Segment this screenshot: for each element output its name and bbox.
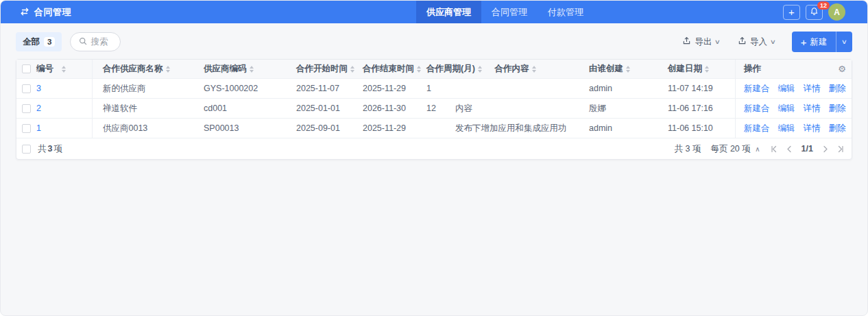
row-checkbox[interactable] (22, 104, 31, 113)
new-contract-link[interactable]: 新建合 (744, 123, 770, 134)
top-header-bar: 合同管理 供应商管理 合同管理 付款管理 + 12 A (1, 1, 867, 23)
header-end-date: 合作结束时间 (356, 60, 420, 78)
pagination-controls: 1/1 (770, 144, 845, 154)
chevron-down-icon: ∨ (841, 38, 847, 45)
sort-icon[interactable] (350, 66, 354, 73)
new-button[interactable]: + 新建 (792, 32, 836, 52)
header-period: 合作周期(月) (420, 60, 448, 78)
filter-all-button[interactable]: 全部 3 (16, 32, 62, 51)
total-count-text: 共3项 (38, 143, 62, 155)
row-checkbox[interactable] (22, 124, 31, 133)
last-page-button[interactable] (837, 145, 845, 153)
notification-badge: 12 (817, 1, 830, 10)
quick-add-button[interactable]: + (783, 5, 800, 20)
delete-link[interactable]: 删除 (829, 103, 846, 114)
chevron-up-icon: ∧ (755, 145, 760, 153)
cell-created-date: 11-06 15:10 (661, 119, 735, 138)
sort-icon[interactable] (250, 66, 254, 73)
sort-icon[interactable] (62, 66, 66, 73)
column-label: 合作结束时间 (363, 63, 414, 75)
app-window: 合同管理 供应商管理 合同管理 付款管理 + 12 A (0, 0, 868, 316)
chevron-left-icon (786, 145, 793, 153)
row-id-link[interactable]: 2 (36, 104, 41, 113)
import-button[interactable]: 导入 ∨ (734, 36, 780, 48)
cell-creator: 殷娜 (582, 99, 661, 118)
tab-contract-management[interactable]: 合同管理 (481, 1, 538, 23)
chevron-right-icon (821, 145, 829, 153)
new-button-label: 新建 (810, 36, 827, 48)
select-all-checkbox[interactable] (22, 64, 31, 73)
cell-actions: 新建合 编辑 详情 删除 (735, 79, 852, 98)
header-name: 合作供应商名称 (93, 60, 197, 78)
edit-link[interactable]: 编辑 (778, 103, 795, 114)
table-row: 3 新的供应商 GYS-1000202 2025-11-07 2025-11-2… (16, 79, 852, 99)
cell-content (448, 79, 582, 98)
cell-id: 3 (16, 79, 93, 98)
sort-icon[interactable] (626, 66, 630, 73)
delete-link[interactable]: 删除 (829, 83, 846, 95)
cell-created-date: 11-06 17:16 (661, 99, 735, 118)
header-start-date: 合作开始时间 (289, 60, 356, 78)
cell-start-date: 2025-09-01 (289, 119, 356, 138)
column-label: 操作 (744, 63, 761, 75)
prev-page-button[interactable] (786, 145, 793, 153)
table-row: 2 禅道软件 cd001 2025-01-01 2026-11-30 12 内容… (16, 99, 852, 119)
row-id-link[interactable]: 3 (36, 84, 41, 93)
search-label: 搜索 (91, 36, 108, 48)
edit-link[interactable]: 编辑 (778, 83, 795, 95)
tab-payment-management[interactable]: 付款管理 (538, 1, 594, 23)
topbar-actions: + 12 A (783, 1, 867, 23)
row-checkbox[interactable] (22, 84, 31, 93)
delete-link[interactable]: 删除 (829, 123, 846, 134)
selection-summary: 共3项 (22, 143, 62, 155)
swap-arrows-icon (20, 6, 29, 19)
total-prefix: 共 (38, 144, 47, 154)
last-page-icon (837, 145, 845, 153)
header-id: 编号 (16, 60, 93, 78)
row-id-link[interactable]: 1 (36, 123, 41, 133)
column-label: 由谁创建 (589, 63, 623, 75)
edit-link[interactable]: 编辑 (778, 123, 795, 134)
chevron-down-icon: ∨ (770, 38, 776, 45)
bell-icon (810, 7, 819, 18)
cell-creator: admin (582, 119, 661, 138)
total-suffix: 项 (53, 144, 62, 154)
detail-link[interactable]: 详情 (804, 123, 821, 134)
cell-period (420, 119, 448, 138)
cell-start-date: 2025-11-07 (289, 79, 356, 98)
table-footer: 共3项 共 3 项 每页 20 项 ∧ (16, 138, 852, 159)
sort-icon[interactable] (166, 66, 170, 73)
first-page-button[interactable] (770, 145, 777, 153)
avatar[interactable]: A (828, 3, 845, 21)
sort-icon[interactable] (705, 66, 709, 73)
column-label: 合作供应商名称 (103, 63, 163, 75)
detail-link[interactable]: 详情 (804, 103, 821, 114)
new-contract-link[interactable]: 新建合 (744, 83, 770, 95)
column-label: 编号 (36, 63, 53, 75)
tab-supplier-management[interactable]: 供应商管理 (416, 1, 481, 23)
cell-name: 禅道软件 (93, 99, 197, 118)
sort-icon[interactable] (532, 66, 536, 73)
new-button-caret[interactable]: ∨ (836, 32, 852, 52)
cell-name: 新的供应商 (93, 79, 197, 98)
search-input[interactable]: 搜索 (70, 32, 121, 51)
next-page-button[interactable] (821, 145, 829, 153)
header-code: 供应商编码 (197, 60, 289, 78)
header-creator: 由谁创建 (582, 60, 661, 78)
page-size-select[interactable]: 每页 20 项 ∧ (710, 143, 760, 155)
cell-end-date: 2026-11-30 (356, 99, 420, 118)
export-button[interactable]: 导出 ∨ (678, 36, 724, 48)
detail-link[interactable]: 详情 (804, 83, 821, 95)
cell-content: 发布下增加应用和集成应用功 (448, 119, 582, 138)
notification-button[interactable]: 12 (806, 5, 823, 20)
total-count: 3 (48, 144, 53, 154)
cell-id: 2 (16, 99, 93, 118)
gear-icon[interactable]: ⚙ (838, 64, 846, 74)
first-page-icon (770, 145, 777, 153)
cell-actions: 新建合 编辑 详情 删除 (735, 119, 852, 138)
page-indicator: 1/1 (801, 144, 813, 154)
select-all-checkbox[interactable] (22, 145, 31, 154)
new-contract-link[interactable]: 新建合 (744, 103, 770, 114)
cell-code: SP00013 (197, 119, 289, 138)
cell-created-date: 11-07 14:19 (661, 79, 735, 98)
